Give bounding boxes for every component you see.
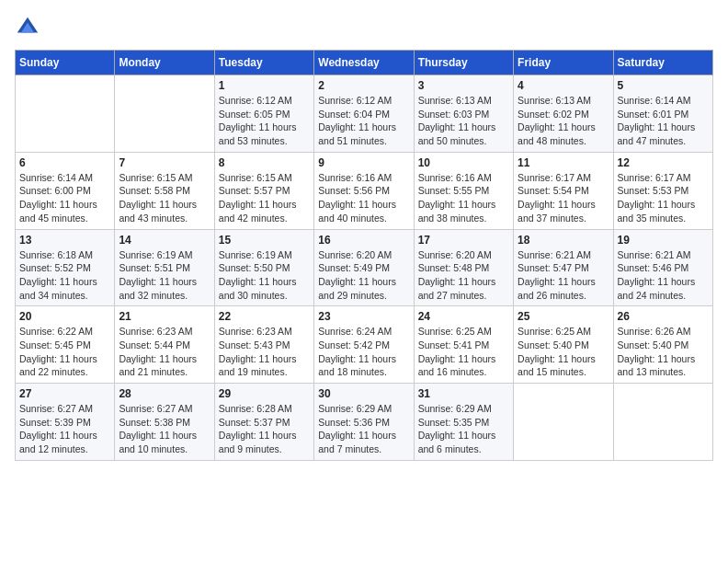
- day-number: 14: [119, 234, 210, 247]
- calendar-cell: 28Sunrise: 6:27 AMSunset: 5:38 PMDayligh…: [115, 384, 214, 461]
- header-cell-monday: Monday: [115, 51, 214, 75]
- calendar-table: SundayMondayTuesdayWednesdayThursdayFrid…: [15, 50, 713, 461]
- header-row: SundayMondayTuesdayWednesdayThursdayFrid…: [16, 51, 713, 75]
- header-cell-saturday: Saturday: [613, 51, 712, 75]
- day-info: Sunrise: 6:12 AMSunset: 6:05 PMDaylight:…: [219, 94, 310, 148]
- week-row-4: 20Sunrise: 6:22 AMSunset: 5:45 PMDayligh…: [16, 306, 713, 384]
- calendar-cell: 20Sunrise: 6:22 AMSunset: 5:45 PMDayligh…: [16, 306, 115, 384]
- day-number: 19: [618, 234, 709, 247]
- day-number: 18: [518, 234, 609, 247]
- day-number: 31: [418, 387, 509, 400]
- day-number: 10: [418, 156, 509, 169]
- day-number: 16: [318, 234, 409, 247]
- day-number: 30: [318, 387, 409, 400]
- calendar-cell: 25Sunrise: 6:25 AMSunset: 5:40 PMDayligh…: [514, 306, 613, 384]
- calendar-cell: [613, 384, 712, 461]
- day-number: 7: [119, 156, 210, 169]
- day-number: 9: [318, 156, 409, 169]
- day-number: 12: [618, 156, 709, 169]
- day-number: 24: [418, 310, 509, 323]
- logo-icon: [15, 15, 40, 40]
- day-info: Sunrise: 6:21 AMSunset: 5:46 PMDaylight:…: [618, 248, 709, 303]
- day-number: 25: [518, 310, 609, 323]
- day-number: 20: [19, 310, 110, 323]
- calendar-cell: 16Sunrise: 6:20 AMSunset: 5:49 PMDayligh…: [314, 229, 414, 306]
- calendar-cell: 21Sunrise: 6:23 AMSunset: 5:44 PMDayligh…: [115, 306, 214, 384]
- day-number: 15: [219, 234, 310, 247]
- week-row-3: 13Sunrise: 6:18 AMSunset: 5:52 PMDayligh…: [16, 229, 713, 306]
- day-number: 26: [618, 310, 709, 323]
- calendar-cell: 9Sunrise: 6:16 AMSunset: 5:56 PMDaylight…: [314, 152, 414, 229]
- calendar-cell: 8Sunrise: 6:15 AMSunset: 5:57 PMDaylight…: [214, 152, 313, 229]
- day-info: Sunrise: 6:23 AMSunset: 5:44 PMDaylight:…: [119, 325, 210, 379]
- day-number: 17: [418, 234, 509, 247]
- day-info: Sunrise: 6:14 AMSunset: 6:00 PMDaylight:…: [19, 171, 110, 225]
- calendar-cell: 26Sunrise: 6:26 AMSunset: 5:40 PMDayligh…: [613, 306, 712, 384]
- day-info: Sunrise: 6:22 AMSunset: 5:45 PMDaylight:…: [19, 325, 110, 379]
- day-info: Sunrise: 6:14 AMSunset: 6:01 PMDaylight:…: [618, 94, 709, 148]
- logo: [15, 15, 44, 40]
- calendar-cell: 19Sunrise: 6:21 AMSunset: 5:46 PMDayligh…: [613, 229, 712, 306]
- day-number: 27: [19, 387, 110, 400]
- day-info: Sunrise: 6:25 AMSunset: 5:40 PMDaylight:…: [518, 325, 609, 379]
- calendar-cell: 11Sunrise: 6:17 AMSunset: 5:54 PMDayligh…: [514, 152, 613, 229]
- day-info: Sunrise: 6:17 AMSunset: 5:54 PMDaylight:…: [518, 171, 609, 225]
- day-info: Sunrise: 6:12 AMSunset: 6:04 PMDaylight:…: [318, 94, 409, 148]
- day-number: 21: [119, 310, 210, 323]
- calendar-cell: 12Sunrise: 6:17 AMSunset: 5:53 PMDayligh…: [613, 152, 712, 229]
- calendar-cell: 17Sunrise: 6:20 AMSunset: 5:48 PMDayligh…: [414, 229, 513, 306]
- calendar-cell: 4Sunrise: 6:13 AMSunset: 6:02 PMDaylight…: [514, 75, 613, 153]
- calendar-cell: 24Sunrise: 6:25 AMSunset: 5:41 PMDayligh…: [414, 306, 513, 384]
- day-info: Sunrise: 6:29 AMSunset: 5:35 PMDaylight:…: [418, 402, 509, 456]
- day-number: 5: [618, 79, 709, 92]
- week-row-2: 6Sunrise: 6:14 AMSunset: 6:00 PMDaylight…: [16, 152, 713, 229]
- day-info: Sunrise: 6:16 AMSunset: 5:55 PMDaylight:…: [418, 171, 509, 225]
- calendar-cell: 23Sunrise: 6:24 AMSunset: 5:42 PMDayligh…: [314, 306, 414, 384]
- calendar-cell: 10Sunrise: 6:16 AMSunset: 5:55 PMDayligh…: [414, 152, 513, 229]
- day-info: Sunrise: 6:13 AMSunset: 6:02 PMDaylight:…: [518, 94, 609, 148]
- day-info: Sunrise: 6:27 AMSunset: 5:38 PMDaylight:…: [119, 402, 210, 456]
- calendar-cell: 2Sunrise: 6:12 AMSunset: 6:04 PMDaylight…: [314, 75, 414, 153]
- calendar-header: SundayMondayTuesdayWednesdayThursdayFrid…: [16, 51, 713, 75]
- calendar-cell: 31Sunrise: 6:29 AMSunset: 5:35 PMDayligh…: [414, 384, 513, 461]
- calendar-cell: [16, 75, 115, 153]
- day-info: Sunrise: 6:23 AMSunset: 5:43 PMDaylight:…: [219, 325, 310, 379]
- day-info: Sunrise: 6:19 AMSunset: 5:50 PMDaylight:…: [219, 248, 310, 303]
- header-cell-sunday: Sunday: [16, 51, 115, 75]
- page-header: [15, 15, 713, 40]
- calendar-cell: 3Sunrise: 6:13 AMSunset: 6:03 PMDaylight…: [414, 75, 513, 153]
- day-info: Sunrise: 6:19 AMSunset: 5:51 PMDaylight:…: [119, 248, 210, 303]
- day-number: 11: [518, 156, 609, 169]
- calendar-cell: 14Sunrise: 6:19 AMSunset: 5:51 PMDayligh…: [115, 229, 214, 306]
- day-info: Sunrise: 6:27 AMSunset: 5:39 PMDaylight:…: [19, 402, 110, 456]
- calendar-cell: 15Sunrise: 6:19 AMSunset: 5:50 PMDayligh…: [214, 229, 313, 306]
- calendar-cell: 6Sunrise: 6:14 AMSunset: 6:00 PMDaylight…: [16, 152, 115, 229]
- day-info: Sunrise: 6:17 AMSunset: 5:53 PMDaylight:…: [618, 171, 709, 225]
- calendar-cell: 18Sunrise: 6:21 AMSunset: 5:47 PMDayligh…: [514, 229, 613, 306]
- day-number: 6: [19, 156, 110, 169]
- calendar-cell: 29Sunrise: 6:28 AMSunset: 5:37 PMDayligh…: [214, 384, 313, 461]
- calendar-cell: 13Sunrise: 6:18 AMSunset: 5:52 PMDayligh…: [16, 229, 115, 306]
- calendar-cell: 1Sunrise: 6:12 AMSunset: 6:05 PMDaylight…: [214, 75, 313, 153]
- day-number: 28: [119, 387, 210, 400]
- day-info: Sunrise: 6:15 AMSunset: 5:58 PMDaylight:…: [119, 171, 210, 225]
- day-number: 4: [518, 79, 609, 92]
- day-info: Sunrise: 6:21 AMSunset: 5:47 PMDaylight:…: [518, 248, 609, 303]
- day-number: 23: [318, 310, 409, 323]
- day-info: Sunrise: 6:13 AMSunset: 6:03 PMDaylight:…: [418, 94, 509, 148]
- day-info: Sunrise: 6:28 AMSunset: 5:37 PMDaylight:…: [219, 402, 310, 456]
- day-info: Sunrise: 6:29 AMSunset: 5:36 PMDaylight:…: [318, 402, 409, 456]
- week-row-5: 27Sunrise: 6:27 AMSunset: 5:39 PMDayligh…: [16, 384, 713, 461]
- day-info: Sunrise: 6:16 AMSunset: 5:56 PMDaylight:…: [318, 171, 409, 225]
- day-info: Sunrise: 6:15 AMSunset: 5:57 PMDaylight:…: [219, 171, 310, 225]
- calendar-cell: 5Sunrise: 6:14 AMSunset: 6:01 PMDaylight…: [613, 75, 712, 153]
- calendar-cell: [115, 75, 214, 153]
- day-number: 22: [219, 310, 310, 323]
- header-cell-wednesday: Wednesday: [314, 51, 414, 75]
- day-info: Sunrise: 6:20 AMSunset: 5:49 PMDaylight:…: [318, 248, 409, 303]
- day-info: Sunrise: 6:18 AMSunset: 5:52 PMDaylight:…: [19, 248, 110, 303]
- header-cell-tuesday: Tuesday: [214, 51, 313, 75]
- day-info: Sunrise: 6:20 AMSunset: 5:48 PMDaylight:…: [418, 248, 509, 303]
- week-row-1: 1Sunrise: 6:12 AMSunset: 6:05 PMDaylight…: [16, 75, 713, 153]
- day-number: 13: [19, 234, 110, 247]
